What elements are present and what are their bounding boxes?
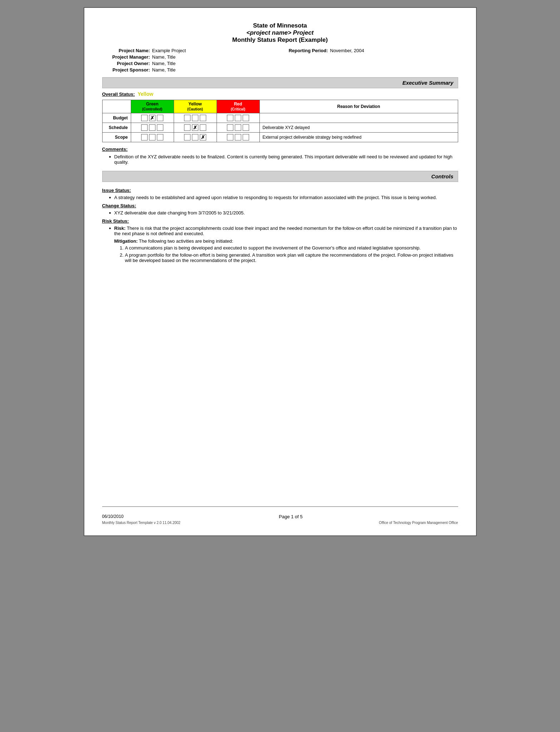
project-info-right: Reporting Period: November, 2004 [280, 48, 458, 74]
scope-yellow-cb3[interactable]: ✗ [200, 134, 206, 140]
footer-template-info: Monthly Status Report Template v 2.0 11.… [102, 521, 180, 525]
risk-status-label: Risk Status: [102, 218, 458, 224]
schedule-yellow-cb2[interactable]: ✗ [192, 124, 198, 131]
scope-deviation: External project deliverable strategy be… [259, 133, 458, 142]
overall-status-value: Yellow [138, 91, 153, 97]
change-list: XYZ deliverable due date changing from 3… [102, 210, 458, 216]
risk-text: There is risk that the project accomplis… [114, 226, 457, 236]
scope-label: Scope [102, 133, 131, 142]
schedule-label: Schedule [102, 123, 131, 133]
scope-green [131, 133, 174, 142]
risk-bold-prefix: Risk: [114, 226, 126, 231]
scope-green-cb2[interactable] [149, 134, 155, 140]
scope-red-cb2[interactable] [235, 134, 241, 140]
schedule-row: Schedule ✗ [102, 123, 458, 133]
overall-status-label: Overall Status: [102, 92, 135, 97]
comments-section: Comments: Definition of the XYZ delivera… [102, 147, 458, 167]
budget-label: Budget [102, 113, 131, 123]
comments-label: Comments: [102, 147, 458, 152]
schedule-yellow: ✗ [174, 123, 217, 133]
budget-red-cb1[interactable] [227, 115, 233, 121]
budget-yellow-cb2[interactable] [192, 115, 198, 121]
comments-list: Definition of the XYZ deliverable needs … [102, 154, 458, 165]
footer: 06/10/2010 Page 1 of 5 Monthly Status Re… [102, 506, 458, 525]
issue-list: A strategy needs to be established and a… [102, 195, 458, 200]
mitigation-list: A communications plan is being developed… [114, 245, 458, 263]
mitigation-block: Mitigation: The following two activities… [102, 238, 458, 263]
col-header-deviation: Reason for Deviation [259, 100, 458, 113]
overall-status-row: Overall Status: Yellow [102, 91, 458, 97]
status-table: Green(Controlled) Yellow(Caution) Red(Cr… [102, 100, 458, 142]
budget-row: Budget ✗ [102, 113, 458, 123]
project-name-row: Project Name: Example Project [102, 48, 280, 53]
scope-red [217, 133, 259, 142]
title-line2: <project name> Project [102, 29, 458, 36]
budget-yellow-cb1[interactable] [184, 115, 190, 121]
risk-item-1: Risk: There is risk that the project acc… [109, 226, 458, 236]
schedule-red-cb2[interactable] [235, 124, 241, 131]
document-header: State of Minnesota <project name> Projec… [102, 22, 458, 44]
scope-green-cb1[interactable] [141, 134, 148, 140]
schedule-yellow-cb3[interactable] [200, 124, 206, 131]
project-info: Project Name: Example Project Project Ma… [102, 48, 458, 74]
comment-item-1: Definition of the XYZ deliverable needs … [109, 154, 458, 165]
title-line3: Monthly Status Report (Example) [102, 36, 458, 44]
budget-red-cb3[interactable] [243, 115, 249, 121]
project-manager-value: Name, Title [152, 54, 176, 60]
budget-yellow [174, 113, 217, 123]
budget-green-cb2[interactable]: ✗ [149, 115, 155, 121]
issue-status-label: Issue Status: [102, 188, 458, 193]
scope-row: Scope ✗ [102, 133, 458, 142]
budget-green-cb1[interactable] [141, 115, 148, 121]
col-header-red: Red(Critical) [217, 100, 259, 113]
title-line1: State of Minnesota [102, 22, 458, 29]
reporting-period-row: Reporting Period: November, 2004 [280, 48, 458, 53]
project-name-label: Project Name: [102, 48, 152, 53]
page: State of Minnesota <project name> Projec… [84, 7, 477, 536]
budget-red [217, 113, 259, 123]
footer-office: Office of Technology Program Management … [379, 521, 458, 525]
risk-list: Risk: There is risk that the project acc… [102, 226, 458, 236]
schedule-green-cb2[interactable] [149, 124, 155, 131]
schedule-green [131, 123, 174, 133]
footer-top: 06/10/2010 Page 1 of 5 [102, 514, 458, 519]
schedule-red [217, 123, 259, 133]
project-owner-label: Project Owner: [102, 61, 152, 66]
col-header-yellow: Yellow(Caution) [174, 100, 217, 113]
schedule-red-cb3[interactable] [243, 124, 249, 131]
schedule-green-cb1[interactable] [141, 124, 148, 131]
scope-yellow-cb1[interactable] [184, 134, 190, 140]
budget-yellow-cb3[interactable] [200, 115, 206, 121]
footer-date: 06/10/2010 [102, 514, 124, 519]
project-manager-row: Project Manager: Name, Title [102, 54, 280, 60]
project-manager-label: Project Manager: [102, 54, 152, 60]
footer-bottom: Monthly Status Report Template v 2.0 11.… [102, 521, 458, 525]
schedule-yellow-cb1[interactable] [184, 124, 190, 131]
scope-yellow-cb2[interactable] [192, 134, 198, 140]
col-header-green: Green(Controlled) [131, 100, 174, 113]
scope-red-cb1[interactable] [227, 134, 233, 140]
issue-item-1: A strategy needs to be established and a… [109, 195, 458, 200]
project-sponsor-row: Project Sponsor: Name, Title [102, 67, 280, 73]
schedule-green-cb3[interactable] [157, 124, 163, 131]
reporting-period-label: Reporting Period: [280, 48, 330, 53]
project-sponsor-label: Project Sponsor: [102, 67, 152, 73]
col-header-empty [102, 100, 131, 113]
budget-red-cb2[interactable] [235, 115, 241, 121]
change-item-1: XYZ deliverable due date changing from 3… [109, 210, 458, 216]
executive-summary-header: Executive Summary [102, 77, 458, 88]
scope-red-cb3[interactable] [243, 134, 249, 140]
schedule-deviation: Deliverable XYZ delayed [259, 123, 458, 133]
controls-section: Issue Status: A strategy needs to be est… [102, 185, 458, 265]
schedule-red-cb1[interactable] [227, 124, 233, 131]
budget-deviation [259, 113, 458, 123]
controls-header: Controls [102, 171, 458, 182]
scope-green-cb3[interactable] [157, 134, 163, 140]
mitigation-item-2: A program portfolio for the follow-on ef… [125, 252, 458, 263]
project-name-value: Example Project [152, 48, 186, 53]
budget-green: ✗ [131, 113, 174, 123]
project-info-left: Project Name: Example Project Project Ma… [102, 48, 280, 74]
project-owner-row: Project Owner: Name, Title [102, 61, 280, 66]
mitigation-intro: The following two activities are being i… [138, 238, 233, 244]
budget-green-cb3[interactable] [157, 115, 163, 121]
